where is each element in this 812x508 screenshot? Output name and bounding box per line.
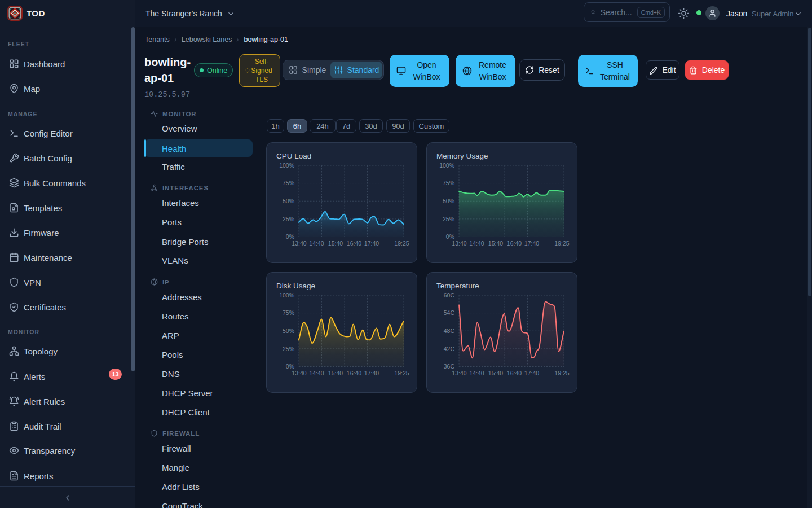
svg-text:19:25: 19:25: [554, 240, 569, 247]
svg-text:60C: 60C: [444, 292, 455, 299]
svg-text:50%: 50%: [443, 198, 454, 204]
svg-text:36C: 36C: [444, 363, 455, 370]
svg-text:16:40: 16:40: [507, 240, 522, 247]
svg-text:48C: 48C: [444, 327, 455, 334]
svg-text:17:40: 17:40: [364, 370, 379, 376]
svg-text:13:40: 13:40: [452, 240, 466, 247]
svg-text:16:40: 16:40: [347, 240, 361, 247]
svg-text:25%: 25%: [443, 216, 454, 222]
svg-text:15:40: 15:40: [488, 370, 503, 376]
svg-text:17:40: 17:40: [524, 370, 539, 376]
svg-text:13:40: 13:40: [292, 370, 306, 376]
svg-text:13:40: 13:40: [292, 240, 306, 247]
svg-text:16:40: 16:40: [507, 370, 522, 376]
svg-text:15:40: 15:40: [328, 240, 343, 247]
svg-text:13:40: 13:40: [452, 370, 466, 376]
svg-text:75%: 75%: [283, 309, 294, 316]
svg-text:25%: 25%: [283, 345, 294, 352]
svg-text:50%: 50%: [283, 327, 294, 334]
svg-text:75%: 75%: [283, 179, 294, 186]
svg-text:0%: 0%: [286, 363, 294, 370]
svg-text:14:40: 14:40: [469, 240, 484, 247]
svg-text:50%: 50%: [283, 198, 294, 204]
svg-text:15:40: 15:40: [488, 240, 503, 247]
svg-text:100%: 100%: [279, 292, 294, 299]
svg-text:14:40: 14:40: [309, 240, 324, 247]
svg-text:75%: 75%: [443, 179, 454, 186]
svg-text:19:25: 19:25: [554, 370, 569, 376]
svg-text:19:25: 19:25: [394, 370, 409, 376]
svg-text:25%: 25%: [283, 216, 294, 222]
svg-text:17:40: 17:40: [364, 240, 379, 247]
svg-text:16:40: 16:40: [347, 370, 361, 376]
svg-text:0%: 0%: [446, 233, 454, 240]
svg-text:54C: 54C: [444, 309, 455, 316]
svg-text:42C: 42C: [444, 345, 455, 352]
svg-text:17:40: 17:40: [524, 240, 539, 247]
svg-text:19:25: 19:25: [394, 240, 409, 247]
svg-text:14:40: 14:40: [309, 370, 324, 376]
svg-text:100%: 100%: [279, 162, 294, 169]
svg-text:15:40: 15:40: [328, 370, 343, 376]
svg-text:14:40: 14:40: [469, 370, 484, 376]
svg-text:0%: 0%: [286, 233, 294, 240]
svg-text:100%: 100%: [439, 162, 454, 169]
